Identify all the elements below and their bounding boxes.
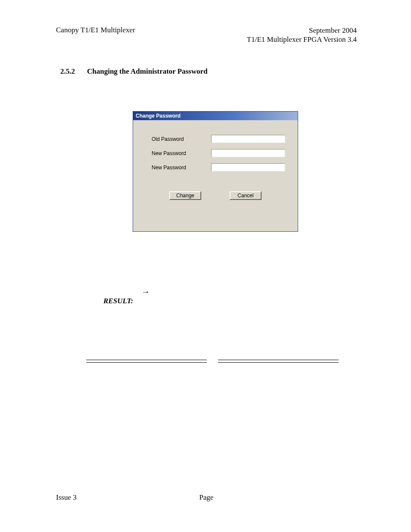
header-left: Canopy T1/E1 Multiplexer <box>56 26 135 44</box>
change-button[interactable]: Change <box>169 191 201 200</box>
new-password-input-1[interactable] <box>211 149 285 157</box>
result-block: → RESULT: <box>103 287 150 305</box>
arrow-icon: → <box>141 287 150 297</box>
header-version: T1/E1 Multiplexer FPGA Version 3.4 <box>247 35 357 44</box>
dialog-titlebar: Change Password <box>133 112 298 120</box>
section-number: 2.5.2 <box>60 67 75 76</box>
footer-page: Page <box>56 493 357 502</box>
header-right: September 2004 T1/E1 Multiplexer FPGA Ve… <box>247 26 357 44</box>
cancel-button[interactable]: Cancel <box>230 191 262 200</box>
new-password-input-2[interactable] <box>211 163 285 171</box>
new-password-label-1: New Password <box>133 150 211 156</box>
section-divider <box>86 360 339 363</box>
new-password-row-2: New Password <box>133 163 298 171</box>
result-label: RESULT: <box>103 297 133 305</box>
dialog-button-row: Change Cancel <box>133 191 298 200</box>
new-password-label-2: New Password <box>133 165 211 171</box>
document-page: Canopy T1/E1 Multiplexer September 2004 … <box>0 0 411 532</box>
rule-left <box>86 360 207 363</box>
page-footer: Issue 3 Page <box>56 493 357 502</box>
old-password-row: Old Password <box>133 135 298 143</box>
section-heading: 2.5.2 Changing the Administrator Passwor… <box>60 67 208 76</box>
page-header: Canopy T1/E1 Multiplexer September 2004 … <box>56 26 357 44</box>
new-password-row-1: New Password <box>133 149 298 157</box>
old-password-label: Old Password <box>133 136 211 142</box>
header-date: September 2004 <box>247 26 357 35</box>
rule-right <box>218 360 339 363</box>
section-title: Changing the Administrator Password <box>87 67 208 76</box>
old-password-input[interactable] <box>211 135 285 143</box>
change-password-dialog: Change Password Old Password New Passwor… <box>133 111 298 232</box>
dialog-form: Old Password New Password New Password C… <box>133 120 298 200</box>
